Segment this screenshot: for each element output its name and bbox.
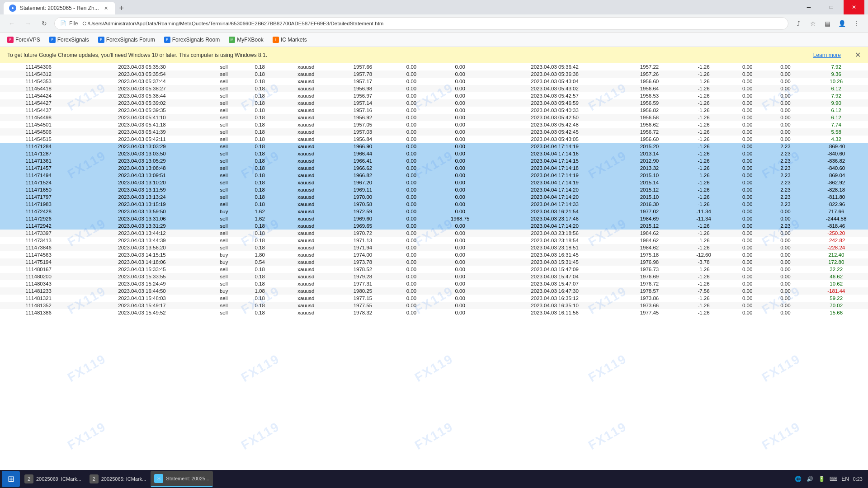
table-cell: 2023.04.03 23:18:56 bbox=[490, 230, 620, 237]
active-tab[interactable]: Statement: 20025065 - Ren Zh... ✕ bbox=[4, 2, 115, 14]
table-cell: 111471361 bbox=[0, 157, 77, 164]
bookmark-item[interactable]: FForexSignals bbox=[46, 35, 93, 45]
table-cell: 0.00 bbox=[728, 251, 766, 258]
table-cell: 111480167 bbox=[0, 266, 77, 273]
table-cell: 2023.04.03 16:35:12 bbox=[490, 295, 620, 302]
table-cell: sell bbox=[207, 230, 241, 237]
tab-close-button[interactable]: ✕ bbox=[103, 5, 110, 12]
svg-point-1 bbox=[12, 7, 14, 9]
table-cell: 0.18 bbox=[241, 280, 279, 287]
table-cell: 111471287 bbox=[0, 150, 77, 157]
taskbar-app-button[interactable]: 220025065: ICMark... bbox=[86, 471, 150, 487]
table-cell: 0.00 bbox=[728, 201, 766, 208]
table-cell: 1973.86 bbox=[620, 295, 679, 302]
table-cell: 1966.44 bbox=[333, 150, 392, 157]
table-cell: 111475194 bbox=[0, 258, 77, 266]
table-cell: 0.00 bbox=[766, 63, 804, 70]
table-cell: 0.00 bbox=[392, 150, 430, 157]
table-cell: 0.00 bbox=[430, 295, 490, 302]
start-button[interactable]: ⊞ bbox=[2, 471, 20, 487]
profile-button[interactable]: 👤 bbox=[835, 17, 848, 30]
table-cell: 111454312 bbox=[0, 70, 77, 78]
table-cell: 0.00 bbox=[728, 143, 766, 150]
table-cell: 111454498 bbox=[0, 114, 77, 121]
taskbar-app-button[interactable]: 220025069: ICMark... bbox=[21, 471, 85, 487]
table-row: 1114544272023.04.03 05:39:02sell0.18xauu… bbox=[0, 99, 868, 107]
bookmark-label: IC Markets bbox=[281, 37, 307, 43]
table-cell: sell bbox=[207, 266, 241, 273]
share-button[interactable]: ⤴ bbox=[792, 17, 805, 30]
language-icon[interactable]: EN bbox=[841, 475, 849, 483]
table-cell: 1966.41 bbox=[333, 157, 392, 164]
table-cell: 0.18 bbox=[241, 222, 279, 230]
table-cell: 2023.04.03 05:37:44 bbox=[77, 78, 207, 85]
table-cell: 0.00 bbox=[392, 230, 430, 237]
minimize-button[interactable]: ─ bbox=[798, 0, 819, 14]
table-cell: 0.00 bbox=[392, 237, 430, 244]
sidebar-toggle-button[interactable]: ▤ bbox=[821, 17, 834, 30]
volume-icon[interactable]: 🔊 bbox=[806, 475, 814, 483]
table-cell: 2023.04.04 17:14:15 bbox=[490, 157, 620, 164]
table-cell: 0.00 bbox=[728, 222, 766, 230]
table-cell: sell bbox=[207, 63, 241, 70]
table-cell: 1973.66 bbox=[620, 302, 679, 309]
table-cell: 111471650 bbox=[0, 186, 77, 193]
table-cell: -11.34 bbox=[679, 215, 728, 222]
table-cell: 0.00 bbox=[728, 136, 766, 143]
table-cell: 0.00 bbox=[728, 114, 766, 121]
new-tab-button[interactable]: + bbox=[115, 2, 128, 14]
bookmark-item[interactable]: FForexSignals Forum bbox=[94, 35, 159, 45]
table-cell: 10.26 bbox=[804, 78, 868, 85]
table-cell: 0.00 bbox=[392, 280, 430, 287]
refresh-button[interactable]: ↻ bbox=[38, 17, 51, 30]
taskbar-app-button[interactable]: SStatement: 20025... bbox=[151, 471, 213, 487]
back-button[interactable]: ← bbox=[5, 17, 18, 30]
table-cell: xauusd bbox=[279, 85, 333, 92]
table-cell: sell bbox=[207, 244, 241, 251]
battery-icon[interactable]: 🔋 bbox=[818, 475, 826, 483]
table-cell: sell bbox=[207, 78, 241, 85]
watermark-text: FX119 bbox=[689, 363, 868, 470]
learn-more-link[interactable]: Learn more bbox=[813, 52, 841, 58]
table-cell: 2023.04.03 13:03:50 bbox=[77, 150, 207, 157]
table-cell: -1.26 bbox=[679, 193, 728, 201]
table-cell: buy bbox=[207, 208, 241, 215]
bookmark-button[interactable]: ☆ bbox=[807, 17, 819, 30]
table-cell: 0.00 bbox=[430, 107, 490, 114]
bookmark-item[interactable]: FForexSignals Room bbox=[160, 35, 223, 45]
table-cell: 0.00 bbox=[766, 280, 804, 287]
table-cell: 0.00 bbox=[766, 107, 804, 114]
bookmark-item[interactable]: FForexVPS bbox=[4, 35, 44, 45]
table-cell: buy bbox=[207, 258, 241, 266]
table-cell: 2023.04.03 05:42:45 bbox=[490, 128, 620, 136]
table-cell: 0.00 bbox=[728, 128, 766, 136]
more-options-button[interactable]: ⋮ bbox=[850, 17, 863, 30]
bookmark-item[interactable]: IIC Markets bbox=[269, 35, 311, 45]
bookmark-item[interactable]: MMyFXBook bbox=[225, 35, 267, 45]
table-row: 1114715242023.04.03 13:10:20sell0.18xauu… bbox=[0, 179, 868, 186]
table-cell: 0.00 bbox=[728, 186, 766, 193]
url-bar[interactable]: 📄 File C:/Users/Administrator/AppData/Ro… bbox=[54, 17, 788, 30]
table-cell: 2023.04.03 05:42:11 bbox=[77, 136, 207, 143]
table-cell: xauusd bbox=[279, 186, 333, 193]
table-cell: 2013.14 bbox=[620, 150, 679, 157]
keyboard-icon[interactable]: ⌨ bbox=[830, 475, 838, 483]
network-icon[interactable]: 🌐 bbox=[794, 475, 802, 483]
table-cell: 0.54 bbox=[241, 258, 279, 266]
table-cell: 0.00 bbox=[728, 258, 766, 266]
table-cell: 0.18 bbox=[241, 128, 279, 136]
table-cell: 70.02 bbox=[804, 302, 868, 309]
table-cell: 1957.17 bbox=[333, 78, 392, 85]
info-bar-close-button[interactable]: ✕ bbox=[855, 51, 861, 59]
table-cell: 2023.04.04 17:14:20 bbox=[490, 193, 620, 201]
table-cell: 2023.04.04 17:14:18 bbox=[490, 164, 620, 172]
close-window-button[interactable]: ✕ bbox=[844, 0, 864, 14]
table-cell: 0.00 bbox=[430, 136, 490, 143]
table-cell: 2.23 bbox=[766, 222, 804, 230]
table-cell: 0.00 bbox=[392, 92, 430, 99]
maximize-button[interactable]: □ bbox=[821, 0, 842, 14]
url-path: C:/Users/Administrator/AppData/Roaming/M… bbox=[82, 21, 383, 26]
table-cell: 2023.04.04 17:14:19 bbox=[490, 179, 620, 186]
table-cell: 0.00 bbox=[766, 309, 804, 316]
forward-button[interactable]: → bbox=[22, 17, 34, 30]
